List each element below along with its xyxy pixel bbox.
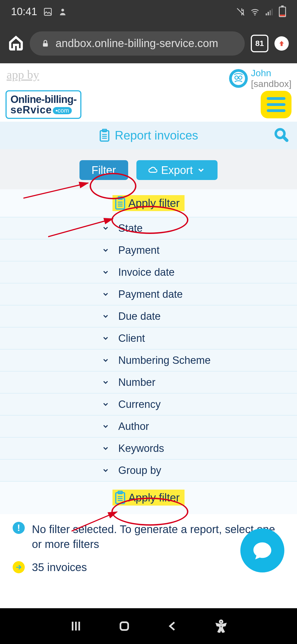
android-status-bar: 10:41 [0, 0, 297, 23]
battery-icon [279, 7, 286, 17]
cloud-icon [148, 166, 157, 174]
export-button[interactable]: Export [136, 160, 218, 180]
lock-icon [41, 39, 50, 48]
svg-rect-34 [120, 622, 128, 630]
chevron-down-icon [102, 378, 109, 386]
chevron-down-icon [102, 444, 109, 452]
annotation-ellipse [90, 173, 136, 199]
vibrate-icon [236, 7, 245, 17]
chevron-down-icon [102, 334, 109, 342]
chat-icon [252, 540, 273, 561]
chevron-down-icon [102, 246, 109, 254]
filter-panel: Apply filter State Payment Invoice date … [0, 189, 297, 514]
image-icon [43, 7, 53, 17]
filter-row-number[interactable]: Number [0, 371, 297, 394]
chevron-down-icon [102, 400, 109, 408]
search-button[interactable] [274, 127, 289, 143]
filter-row-group-by[interactable]: Group by [0, 459, 297, 482]
app-header: app by John [sandbox] Online-billing- se… [0, 63, 297, 122]
annotation-ellipse [111, 498, 188, 526]
svg-line-29 [48, 219, 113, 237]
wifi-icon [250, 7, 260, 17]
home-icon[interactable] [8, 35, 24, 52]
svg-rect-7 [43, 43, 48, 47]
annotation-ellipse [111, 206, 188, 234]
svg-line-30 [72, 512, 117, 531]
address-bar[interactable]: andbox.online-billing-service.com [30, 31, 245, 56]
filter-row-payment-date[interactable]: Payment date [0, 283, 297, 305]
filter-row-due-date[interactable]: Due date [0, 305, 297, 328]
filter-row-invoice-date[interactable]: Invoice date [0, 261, 297, 283]
chevron-down-icon [102, 466, 109, 474]
person-icon [59, 8, 67, 16]
chevron-down-icon [102, 422, 109, 430]
page-title: Report invoices [115, 129, 198, 142]
svg-line-17 [283, 137, 287, 141]
filter-row-numbering-scheme[interactable]: Numbering Scheme [0, 349, 297, 372]
svg-line-28 [23, 183, 88, 198]
recents-button[interactable] [69, 620, 82, 633]
accessibility-button[interactable] [215, 620, 228, 633]
info-icon: ! [13, 522, 25, 534]
svg-point-35 [220, 620, 222, 623]
page-title-bar: Report invoices [0, 122, 297, 149]
svg-point-2 [254, 14, 255, 15]
menu-button[interactable] [261, 91, 292, 118]
user-name: John [sandbox] [251, 68, 292, 89]
annotation-arrow [23, 173, 92, 201]
filter-row-client[interactable]: Client [0, 327, 297, 350]
brand-logo[interactable]: Online-billing- seRvice•com [6, 90, 81, 119]
update-icon[interactable] [274, 36, 289, 51]
chevron-down-icon [102, 356, 109, 364]
svg-point-1 [61, 9, 64, 11]
user-box[interactable]: John [sandbox] [229, 68, 292, 89]
signal-icon [265, 7, 274, 17]
invoice-count: 35 invoices [32, 560, 87, 575]
filter-row-keywords[interactable]: Keywords [0, 437, 297, 460]
arrow-right-icon [13, 561, 25, 573]
filter-row-author[interactable]: Author [0, 415, 297, 438]
svg-rect-5 [270, 10, 271, 15]
home-button[interactable] [118, 620, 131, 633]
chat-button[interactable] [240, 528, 284, 572]
annotation-arrow [72, 504, 121, 534]
avatar-icon [229, 69, 248, 88]
tab-count-button[interactable]: 81 [251, 35, 268, 52]
annotation-arrow [48, 209, 117, 239]
chevron-down-icon [102, 290, 109, 298]
filter-row-currency[interactable]: Currency [0, 393, 297, 416]
filter-row-payment[interactable]: Payment [0, 239, 297, 261]
back-button[interactable] [166, 620, 179, 633]
app-by-label: app by [6, 68, 39, 82]
svg-rect-4 [268, 12, 269, 15]
chevron-down-icon [102, 268, 109, 276]
svg-rect-0 [44, 8, 51, 15]
android-nav-bar [0, 608, 297, 644]
svg-rect-3 [266, 13, 267, 15]
browser-toolbar: andbox.online-billing-service.com 81 [0, 23, 297, 63]
url-text: andbox.online-billing-service.com [56, 37, 218, 50]
status-time: 10:41 [11, 6, 37, 18]
chevron-down-icon [102, 312, 109, 320]
chevron-down-icon [197, 166, 205, 174]
svg-rect-6 [272, 9, 273, 15]
clipboard-icon [99, 129, 110, 142]
